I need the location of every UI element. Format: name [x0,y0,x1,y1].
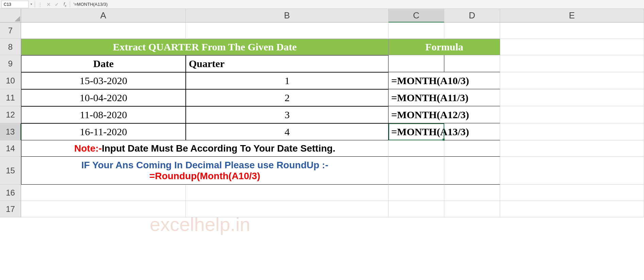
formula-value: =MONTH(A10/3) [391,75,469,87]
cell-grid: Extract QUARTER From The Given Date Form… [21,22,644,217]
cell-A8-B8-title[interactable]: Extract QUARTER From The Given Date [21,39,389,55]
date-value: 16-11-2020 [80,126,127,138]
cell-B10[interactable]: 1 [186,72,389,89]
name-box-value: C13 [4,2,11,7]
cell-D7[interactable] [444,22,500,39]
cell-E11[interactable] [500,89,644,106]
spreadsheet: A B C D E 7 8 9 10 11 12 13 14 15 16 17 [0,9,644,280]
if-text: IF Your Ans Coming In Decimal Please use… [81,160,328,171]
cell-E9[interactable] [500,55,644,72]
cell-E14[interactable] [500,140,644,157]
formula-value: =MONTH(A11/3) [391,92,468,104]
cell-C13[interactable]: =MONTH(A13/3) [389,123,500,140]
cell-A10[interactable]: 15-03-2020 [21,72,186,89]
cell-E7[interactable] [500,22,644,39]
row-header-13[interactable]: 13 [0,123,21,140]
row-header-14[interactable]: 14 [0,140,21,157]
row-header-17[interactable]: 17 [0,201,21,217]
cell-E8[interactable] [500,39,644,55]
col-header-E[interactable]: E [500,9,644,22]
cell-A15-roundup-note[interactable]: IF Your Ans Coming In Decimal Please use… [21,157,389,185]
cell-A16[interactable] [21,185,186,201]
row-header-12[interactable]: 12 [0,106,21,123]
cell-E10[interactable] [500,72,644,89]
col-header-D[interactable]: D [444,9,500,22]
cell-D9[interactable] [444,55,500,72]
formula-input-value: '=MONTH(A13/3) [73,2,108,7]
date-value: 15-03-2020 [80,75,127,87]
fx-icon[interactable]: fx [64,1,66,7]
col-header-B[interactable]: B [186,9,389,22]
name-box[interactable]: C13 [1,1,29,8]
cell-A14-note[interactable]: Note:- Input Date Must Be According To Y… [21,140,389,157]
quarter-value: 1 [285,75,290,87]
cell-E15[interactable] [500,157,644,185]
note-prefix: Note:- [74,143,102,154]
cell-E13[interactable] [500,123,644,140]
col-header-A[interactable]: A [21,9,186,22]
cell-C15[interactable] [389,157,444,185]
confirm-icon[interactable]: ✓ [55,2,59,7]
formula-value: =MONTH(A13/3) [391,126,469,138]
quarter-value: 4 [285,126,290,138]
cell-B17[interactable] [186,201,389,217]
cell-C11[interactable]: =MONTH(A11/3) [389,89,500,106]
cell-B16[interactable] [186,185,389,201]
cell-A13[interactable]: 16-11-2020 [21,123,186,140]
name-box-dropdown-icon[interactable]: ▼ [30,3,33,6]
cell-C8-D8-formula-title[interactable]: Formula [389,39,500,55]
quarter-value: 2 [285,92,290,104]
cell-D15[interactable] [444,157,500,185]
select-all-corner[interactable] [0,9,21,22]
cell-C9[interactable] [389,55,444,72]
quarter-value: 3 [285,109,290,121]
row-header-16[interactable]: 16 [0,185,21,201]
cell-A9-date-header[interactable]: Date [21,55,186,72]
cell-B12[interactable]: 3 [186,106,389,123]
cancel-icon[interactable]: ✕ [47,2,51,7]
cell-A17[interactable] [21,201,186,217]
cell-B7[interactable] [186,22,389,39]
date-value: 10-04-2020 [80,92,127,104]
cell-C10[interactable]: =MONTH(A10/3) [389,72,500,89]
cell-B9-quarter-header[interactable]: Quarter [186,55,389,72]
cell-A7[interactable] [21,22,186,39]
row-header-15[interactable]: 15 [0,157,21,185]
formula-value: =MONTH(A12/3) [391,109,469,121]
cell-A12[interactable]: 11-08-2020 [21,106,186,123]
column-headers: A B C D E [21,9,644,22]
cell-A11[interactable]: 10-04-2020 [21,89,186,106]
formula-title: Formula [425,41,463,53]
cell-C12[interactable]: =MONTH(A12/3) [389,106,500,123]
cell-D17[interactable] [444,201,500,217]
main-title: Extract QUARTER From The Given Date [113,41,297,53]
formula-bar: C13 ▼ ⋮ ✕ ✓ fx '=MONTH(A13/3) [0,0,644,9]
cell-E12[interactable] [500,106,644,123]
row-header-8[interactable]: 8 [0,39,21,55]
cell-D16[interactable] [444,185,500,201]
row-header-9[interactable]: 9 [0,55,21,72]
row-headers: 7 8 9 10 11 12 13 14 15 16 17 [0,22,21,217]
cell-B11[interactable]: 2 [186,89,389,106]
row-header-10[interactable]: 10 [0,72,21,89]
more-icon: ⋮ [38,2,43,7]
cell-C7[interactable] [389,22,444,39]
cell-E17[interactable] [500,201,644,217]
cell-C14[interactable] [389,140,444,157]
formula-input[interactable]: '=MONTH(A13/3) [71,2,644,7]
cell-E16[interactable] [500,185,644,201]
quarter-header: Quarter [189,58,225,69]
note-text: Input Date Must Be According To Your Dat… [102,143,335,154]
divider [35,1,35,7]
cell-C17[interactable] [389,201,444,217]
row-header-7[interactable]: 7 [0,22,21,39]
row-header-11[interactable]: 11 [0,89,21,106]
date-value: 11-08-2020 [80,109,127,121]
cell-B13[interactable]: 4 [186,123,389,140]
divider [70,1,70,7]
cell-D14[interactable] [444,140,500,157]
roundup-formula: =Roundup(Month(A10/3) [149,171,260,182]
col-header-C[interactable]: C [389,9,444,22]
cell-C16[interactable] [389,185,444,201]
date-header: Date [93,58,114,69]
